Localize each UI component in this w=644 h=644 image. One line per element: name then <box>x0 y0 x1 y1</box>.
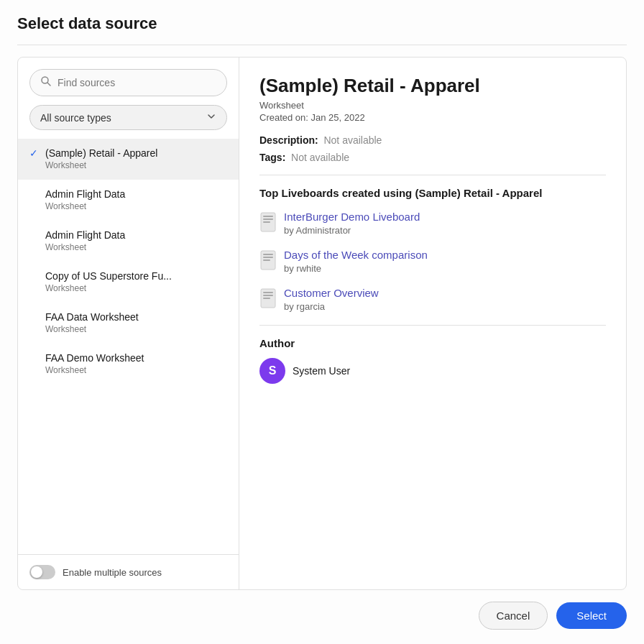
source-type-label: All source types <box>40 112 111 124</box>
list-item[interactable]: ✓ (Sample) Retail - Apparel Worksheet <box>18 139 239 180</box>
liveboard-item: InterBurger Demo Liveboard by Administra… <box>259 211 606 236</box>
chevron-down-icon <box>206 111 216 124</box>
author-info: S System User <box>259 358 606 384</box>
source-item-type: Worksheet <box>29 201 227 211</box>
source-item-type: Worksheet <box>29 242 227 252</box>
modal-footer: Cancel Select <box>17 590 627 630</box>
left-panel: All source types ✓ (Sample) Retail - App… <box>18 58 239 589</box>
source-item-name: (Sample) Retail - Apparel <box>45 147 157 159</box>
description-label: Description: <box>259 134 318 146</box>
author-name: System User <box>293 365 350 377</box>
left-panel-footer: Enable multiple sources <box>18 554 239 589</box>
list-item[interactable]: Admin Flight Data Worksheet <box>18 221 239 262</box>
detail-divider-1 <box>259 175 606 175</box>
tags-value: Not available <box>291 152 349 163</box>
description-value: Not available <box>323 134 382 146</box>
source-item-name: Admin Flight Data <box>45 229 125 241</box>
svg-rect-3 <box>263 216 273 217</box>
svg-rect-12 <box>263 295 273 296</box>
modal-body: All source types ✓ (Sample) Retail - App… <box>17 57 627 590</box>
source-item-type: Worksheet <box>29 160 227 170</box>
liveboard-link[interactable]: InterBurger Demo Liveboard <box>284 211 420 223</box>
source-type-dropdown[interactable]: All source types <box>29 105 227 130</box>
liveboard-icon <box>259 250 277 270</box>
liveboard-item: Customer Overview by rgarcia <box>259 287 606 312</box>
source-item-name: Copy of US Superstore Fu... <box>45 270 172 282</box>
detail-created: Created on: Jan 25, 2022 <box>259 112 606 123</box>
liveboard-link[interactable]: Days of the Week comparison <box>284 249 428 261</box>
source-item-type: Worksheet <box>29 283 227 293</box>
svg-rect-13 <box>263 298 270 299</box>
liveboards-title: Top Liveboards created using (Sample) Re… <box>259 187 606 199</box>
modal-title: Select data source <box>17 14 627 33</box>
right-panel: (Sample) Retail - Apparel Worksheet Crea… <box>239 58 626 589</box>
detail-tags: Tags: Not available <box>259 152 606 163</box>
filter-container: All source types <box>18 105 239 139</box>
select-button[interactable]: Select <box>556 602 627 629</box>
list-item[interactable]: Copy of US Superstore Fu... Worksheet <box>18 262 239 303</box>
detail-source-name: (Sample) Retail - Apparel <box>259 75 606 97</box>
svg-rect-11 <box>263 292 273 293</box>
avatar: S <box>259 358 285 384</box>
liveboard-author: by rgarcia <box>284 301 379 312</box>
liveboard-icon <box>259 288 277 308</box>
search-icon <box>40 75 52 90</box>
toggle-label: Enable multiple sources <box>63 567 162 578</box>
source-list: ✓ (Sample) Retail - Apparel Worksheet Ad… <box>18 139 239 554</box>
list-item[interactable]: FAA Demo Worksheet Worksheet <box>18 344 239 385</box>
source-item-type: Worksheet <box>29 365 227 375</box>
detail-description: Description: Not available <box>259 134 606 146</box>
source-item-type: Worksheet <box>29 324 227 334</box>
svg-rect-8 <box>263 257 273 258</box>
toggle-knob <box>31 566 42 578</box>
svg-rect-9 <box>263 259 270 261</box>
list-item[interactable]: FAA Data Worksheet Worksheet <box>18 303 239 344</box>
liveboard-link[interactable]: Customer Overview <box>284 287 379 299</box>
liveboard-info: Days of the Week comparison by rwhite <box>284 249 428 274</box>
source-item-name: Admin Flight Data <box>45 188 125 200</box>
svg-line-1 <box>47 83 50 86</box>
liveboard-info: InterBurger Demo Liveboard by Administra… <box>284 211 420 236</box>
modal-divider <box>17 45 627 45</box>
liveboard-item: Days of the Week comparison by rwhite <box>259 249 606 274</box>
liveboard-info: Customer Overview by rgarcia <box>284 287 379 312</box>
multiple-sources-toggle[interactable] <box>29 565 55 579</box>
svg-rect-5 <box>263 221 270 223</box>
search-container <box>18 58 239 105</box>
svg-rect-4 <box>263 218 273 220</box>
liveboard-author: by rwhite <box>284 263 428 274</box>
liveboard-author: by Administrator <box>284 225 420 236</box>
check-icon: ✓ <box>29 147 41 159</box>
liveboard-icon <box>259 212 277 232</box>
search-input[interactable] <box>58 77 216 88</box>
cancel-button[interactable]: Cancel <box>479 602 548 630</box>
tags-label: Tags: <box>259 152 285 163</box>
author-title: Author <box>259 337 606 349</box>
source-item-name: FAA Demo Worksheet <box>45 352 144 364</box>
detail-source-type: Worksheet <box>259 100 606 111</box>
author-section: Author S System User <box>259 337 606 384</box>
svg-rect-7 <box>263 254 273 255</box>
source-item-name: FAA Data Worksheet <box>45 311 139 323</box>
detail-divider-2 <box>259 325 606 326</box>
search-box[interactable] <box>29 69 227 96</box>
list-item[interactable]: Admin Flight Data Worksheet <box>18 180 239 221</box>
